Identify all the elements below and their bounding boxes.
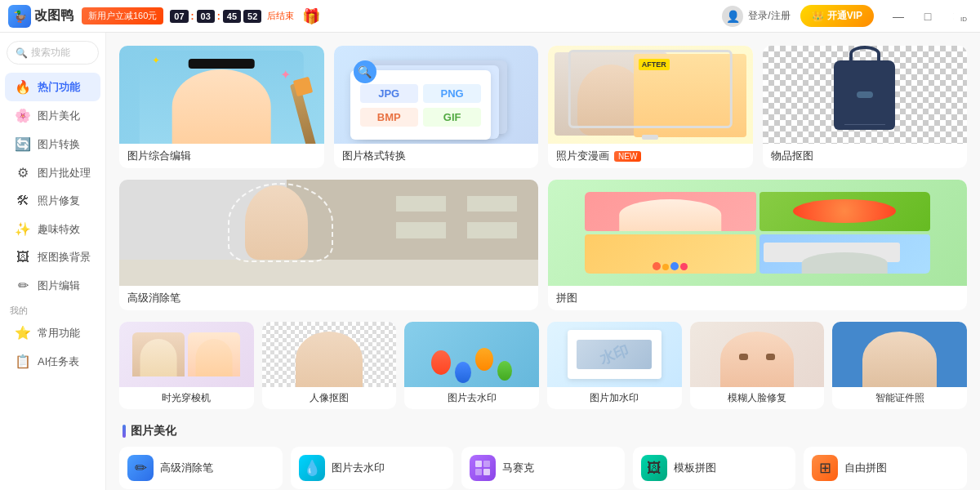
small-card-idphoto[interactable]: ID 智能证件照 [832,322,967,409]
timer-ms: 52 [243,10,261,23]
card-image-cutout [763,46,968,144]
feat-icon-template: 🖼 [641,455,667,481]
new-badge: NEW [614,151,641,162]
batch-icon: ⚙ [15,165,31,180]
sidebar-label-fun: 趣味特效 [38,222,80,237]
bottom-feature-bar: ✏ 高级消除笔 💧 图片去水印 马赛克 🖼 [119,447,967,489]
feat-label-freepuzzle: 自由拼图 [844,461,887,475]
sidebar-item-hot[interactable]: 🔥 热门功能 [5,73,100,101]
card-label-puzzle: 拼图 [548,286,967,310]
small-feature-grid: 时光穿梭机 人像抠图 [119,322,967,409]
feat-label-erase: 高级消除笔 [160,461,213,475]
sidebar-item-bg[interactable]: 🖼 抠图换背景 [5,243,100,271]
feat-icon-erase: ✏ [127,455,154,481]
repair-icon: 🛠 [15,194,31,208]
sidebar-item-edit[interactable]: ✏ 图片编辑 [5,271,100,300]
card-label-format: 图片格式转换 [334,144,539,168]
sidebar-label-beauty: 图片美化 [38,109,80,123]
top-feature-grid: ✦ ✦ 图片综合编辑 [119,46,967,168]
sidebar-label-convert: 图片转换 [38,137,80,152]
gift-icon: 🎁 [302,7,320,25]
section-beauty-header: 图片美化 [119,424,967,439]
feature-card-format[interactable]: JPG PNG BMP GIF 🔍 图片格式转换 [334,46,539,168]
feature-card-erase[interactable]: 高级消除笔 [119,180,538,310]
timer-hours: 07 [170,10,188,23]
card-image-cartoon: AFTER [548,46,753,144]
ai-icon: 📋 [15,354,31,369]
sidebar-item-beauty[interactable]: 🌸 图片美化 [5,101,100,130]
bottom-feature-mosaic[interactable]: 马赛克 [461,447,625,489]
sidebar-label-common: 常用功能 [38,326,80,341]
bottom-feature-removewm[interactable]: 💧 图片去水印 [291,447,454,489]
search-input[interactable]: 🔍 搜索功能 [7,41,99,65]
titlebar: 🦆 改图鸭 新用户立减160元 07 : 03 : 45 52 后结束 🎁 👤 … [0,0,980,33]
bottom-feature-freepuzzle[interactable]: ⊞ 自由拼图 [804,447,967,489]
feat-icon-freepuzzle: ⊞ [812,455,838,481]
sidebar-label-bg: 抠图换背景 [38,250,91,265]
search-placeholder: 搜索功能 [31,46,70,60]
sidebar-label-batch: 图片批处理 [38,166,91,180]
sidebar-item-convert[interactable]: 🔄 图片转换 [5,130,100,158]
small-card-addwm[interactable]: 水印 图片加水印 [547,322,682,409]
small-card-img-addwm: 水印 [547,322,682,387]
convert-icon: 🔄 [15,136,31,152]
timer-minutes: 03 [197,10,215,23]
small-card-label-portrait: 人像抠图 [262,387,397,409]
minimize-button[interactable]: — [884,4,913,29]
sidebar-item-common[interactable]: ⭐ 常用功能 [5,318,100,347]
small-card-img-idphoto: ID [832,322,967,387]
avatar-icon: 👤 [722,6,743,27]
search-icon: 🔍 [16,47,28,59]
small-card-img-timemachine [119,322,254,387]
sidebar-item-repair[interactable]: 🛠 照片修复 [5,187,100,215]
feature-card-cartoon[interactable]: AFTER 照片变漫画 NEW [548,46,753,168]
feat-label-mosaic: 马赛克 [502,461,534,475]
feature-card-cutout[interactable]: 物品抠图 [763,46,968,168]
logo-icon: 🦆 [8,5,31,28]
small-card-timemachine[interactable]: 时光穿梭机 [119,322,254,409]
card-image-puzzle [548,180,967,286]
small-card-label-facerepair: 模糊人脸修复 [690,387,825,409]
sidebar-item-fun[interactable]: ✨ 趣味特效 [5,215,100,243]
main-layout: 🔍 搜索功能 🔥 热门功能 🌸 图片美化 🔄 图片转换 ⚙ 图片批处理 🛠 照片… [0,33,980,490]
card-label-cartoon: 照片变漫画 NEW [548,144,753,168]
small-card-removewm[interactable]: 图片去水印 [404,322,539,409]
bg-icon: 🖼 [15,250,31,265]
login-button[interactable]: 👤 登录/注册 [722,6,790,27]
small-card-img-removewm [404,322,539,387]
small-card-label-addwm: 图片加水印 [547,387,682,409]
sidebar-label-edit: 图片编辑 [38,278,80,293]
edit-icon: ✏ [15,278,31,293]
sidebar-item-ai[interactable]: 📋 AI任务表 [5,347,100,376]
small-card-label-timemachine: 时光穿梭机 [119,387,254,409]
timer-suffix: 后结束 [267,10,294,22]
small-card-facerepair[interactable]: 模糊人脸修复 [690,322,825,409]
small-card-img-facerepair [690,322,825,387]
sidebar-label-ai: AI任务表 [38,354,79,369]
mid-feature-grid: 高级消除笔 [119,180,967,310]
feature-card-puzzle[interactable]: 拼图 [548,180,967,310]
sidebar-label-repair: 照片修复 [38,194,80,208]
maximize-button[interactable]: □ [913,4,942,29]
common-icon: ⭐ [15,325,31,341]
small-card-img-portrait [262,322,397,387]
feat-icon-removewm: 💧 [299,455,325,481]
content-area: ✦ ✦ 图片综合编辑 [106,33,980,490]
app-title: 改图鸭 [34,7,74,24]
app-logo: 🦆 改图鸭 [8,5,74,28]
section-beauty-title: 图片美化 [131,424,176,439]
vip-button[interactable]: 👑 开通VIP [800,5,874,27]
sidebar-item-batch[interactable]: ⚙ 图片批处理 [5,158,100,187]
small-card-portrait[interactable]: 人像抠图 [262,322,397,409]
card-label-erase: 高级消除笔 [119,286,538,310]
promo-banner[interactable]: 新用户立减160元 [82,7,163,24]
bottom-feature-erase[interactable]: ✏ 高级消除笔 [119,447,283,489]
hot-icon: 🔥 [15,79,31,95]
sidebar-label-hot: 热门功能 [38,80,80,95]
sidebar: 🔍 搜索功能 🔥 热门功能 🌸 图片美化 🔄 图片转换 ⚙ 图片批处理 🛠 照片… [0,33,106,490]
feat-label-template: 模板拼图 [674,461,716,475]
card-label-cutout: 物品抠图 [763,144,968,168]
feature-card-edit[interactable]: ✦ ✦ 图片综合编辑 [119,46,324,168]
beauty-icon: 🌸 [15,108,31,123]
bottom-feature-template[interactable]: 🖼 模板拼图 [633,447,796,489]
